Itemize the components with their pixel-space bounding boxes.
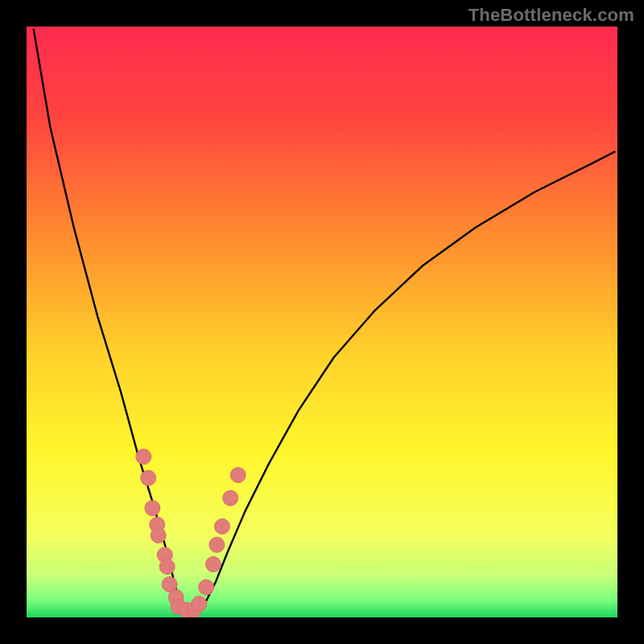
data-marker [141,470,156,485]
data-marker [192,597,207,612]
data-marker [209,537,225,552]
chart-frame: TheBottleneck.com [0,0,644,644]
data-marker [151,527,166,543]
chart-svg [27,27,617,617]
data-marker [145,501,160,516]
data-marker [205,556,221,572]
data-marker [223,490,238,506]
data-marker [199,580,214,595]
data-marker [159,559,175,574]
data-marker [136,449,151,464]
watermark-text: TheBottleneck.com [469,5,634,26]
data-marker [214,518,229,534]
data-marker [230,468,246,483]
gradient-background [27,27,617,617]
plot-area [27,27,617,617]
